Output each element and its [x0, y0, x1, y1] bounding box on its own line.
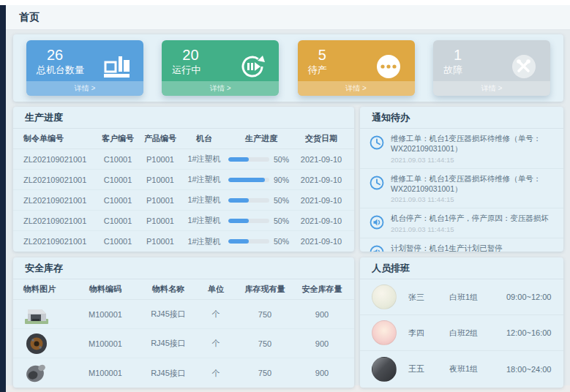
dashboard-content: 26 总机台数量 详情 > 20 运行中 [6, 30, 570, 385]
delivery-date: 2021-09-10 [296, 155, 347, 164]
col-header: 单位 [199, 284, 233, 295]
material-name: RJ45接口 [138, 338, 199, 349]
notification-body: 计划暂停：机台1生产计划已暂停 2021.09.03 11:44:15 [391, 244, 555, 252]
panel-title: 生产进度 [13, 107, 354, 129]
notification-item[interactable]: 维修工单：机台1变压器损坏待维修（单号：WX202109031001） 2021… [360, 169, 563, 209]
customer-no: C10001 [97, 176, 139, 184]
product-no: P10001 [139, 176, 181, 184]
stats-panel: 26 总机台数量 详情 > 20 运行中 [13, 34, 563, 102]
progress-cell: 50% [227, 155, 296, 164]
progress-bar [228, 219, 269, 223]
shift-time: 09:00~12:00 [506, 293, 552, 301]
table-row: ZL202109021001 C10001 P10001 1#注塑机 50% 2… [13, 149, 354, 170]
table-row: ZL202109021001 C10001 P10001 1#注塑机 50% 2… [13, 190, 354, 211]
detail-link[interactable]: 详情 > [433, 81, 550, 96]
progress-bar [228, 157, 269, 162]
col-header: 安全库存量 [297, 284, 347, 295]
progress-label: 50% [274, 196, 289, 205]
table-row: ZL202109021001 C10001 P10001 1#注塑机 50% 2… [13, 231, 354, 252]
shift-name: 白班1组 [449, 292, 506, 303]
clock-icon [369, 175, 385, 191]
notification-item[interactable]: 计划暂停：机台1生产计划已暂停 2021.09.03 11:44:15 [360, 238, 563, 252]
progress-bar [228, 239, 269, 244]
notification-body: 维修工单：机台1变压器损坏待维修（单号：WX202109031001） 2021… [391, 134, 555, 164]
delivery-date: 2021-09-10 [296, 176, 347, 184]
stat-card-fault[interactable]: 1 故障 详情 > [433, 40, 550, 96]
progress-label: 50% [274, 216, 289, 225]
stat-card-running[interactable]: 20 运行中 详情 > [162, 40, 279, 96]
detail-link[interactable]: 详情 > [298, 81, 415, 96]
detail-link[interactable]: 详情 > [162, 81, 279, 96]
col-header: 机台 [181, 133, 227, 144]
delivery-date: 2021-09-10 [296, 237, 347, 246]
shift-name: 夜班1组 [449, 363, 506, 374]
product-no: P10001 [139, 155, 181, 164]
table-row: M100001 RJ45接口 个 750 900 [13, 300, 354, 329]
panel-title: 通知待办 [360, 107, 563, 129]
fault-tools-icon [509, 52, 539, 81]
schedule-row: 王五 夜班1组 18:00~24:00 [360, 351, 563, 387]
product-no: P10001 [139, 237, 181, 246]
shift-name: 白班2组 [449, 328, 506, 339]
safety-quantity: 900 [297, 369, 347, 377]
notification-text: 机台停产：机台1停产，停产原因：变压器损坏 [391, 214, 555, 224]
order-no: ZL202109021001 [20, 196, 97, 205]
notification-item[interactable]: 维修工单：机台1变压器损坏待维修（单号：WX202109031001） 2021… [360, 129, 563, 169]
stat-card-pending[interactable]: 5 待产 详情 > [298, 40, 415, 96]
tab-bar: 首页 [6, 5, 570, 30]
customer-no: C10001 [97, 196, 139, 205]
production-table-header: 制令单编号 客户编号 产品编号 机台 生产进度 交货日期 [13, 129, 354, 149]
progress-cell: 90% [227, 176, 296, 184]
progress-label: 90% [274, 176, 289, 184]
progress-cell: 50% [227, 216, 296, 225]
avatar [372, 357, 397, 382]
safety-quantity: 900 [297, 310, 347, 319]
progress-bar [228, 198, 269, 203]
machine-name: 1#注塑机 [181, 154, 227, 165]
progress-cell: 50% [227, 237, 296, 246]
tab-home[interactable]: 首页 [19, 11, 40, 24]
col-header: 交货日期 [296, 133, 347, 144]
person-name: 李四 [408, 328, 449, 339]
panel-title: 人员排班 [360, 257, 563, 279]
material-name: RJ45接口 [138, 309, 199, 320]
schedule-row: 张三 白班1组 09:00~12:00 [360, 279, 563, 315]
round-speaker-image [23, 332, 50, 355]
window-top-strip [0, 0, 570, 5]
machine-name: 1#注塑机 [181, 215, 227, 226]
machine-name: 1#注塑机 [181, 195, 227, 206]
pending-dots-icon [374, 52, 403, 81]
delivery-date: 2021-09-10 [296, 196, 347, 205]
notification-item[interactable]: 机台停产：机台1停产，停产原因：变压器损坏 2021.09.03 11:44:1… [360, 208, 563, 238]
table-row: M100001 RJ45接口 个 750 900 [13, 358, 354, 388]
avatar [372, 284, 397, 309]
schedule-row: 李四 白班2组 12:00~16:00 [360, 315, 563, 351]
speaker-icon [369, 214, 385, 230]
customer-no: C10001 [97, 155, 139, 164]
material-unit: 个 [199, 309, 233, 320]
col-header: 制令单编号 [20, 133, 97, 144]
safety-inventory-panel: 安全库存 物料图片 物料编码 物料名称 单位 库存现有量 安全库存量 M1000… [13, 257, 354, 388]
notification-body: 机台停产：机台1停产，停产原因：变压器损坏 2021.09.03 11:44:1… [391, 214, 555, 233]
inventory-table-header: 物料图片 物料编码 物料名称 单位 库存现有量 安全库存量 [13, 279, 354, 300]
notification-time: 2021.09.03 11:44:15 [391, 195, 555, 203]
col-header: 物料编码 [73, 284, 138, 295]
material-code: M100001 [73, 369, 138, 377]
material-unit: 个 [199, 368, 233, 379]
order-no: ZL202109021001 [20, 176, 97, 184]
material-code: M100001 [73, 310, 138, 319]
stat-card-total-machines[interactable]: 26 总机台数量 详情 > [26, 40, 143, 96]
customer-no: C10001 [97, 237, 139, 246]
clock-icon [369, 135, 385, 151]
delivery-date: 2021-09-10 [296, 216, 347, 225]
progress-bar [228, 178, 269, 182]
notification-body: 维修工单：机台1变压器损坏待维修（单号：WX202109031001） 2021… [391, 174, 555, 204]
col-header: 库存现有量 [233, 284, 297, 295]
stock-quantity: 750 [233, 369, 297, 377]
product-no: P10001 [139, 196, 181, 205]
notification-time: 2021.09.03 11:44:15 [391, 156, 555, 164]
col-header: 生产进度 [227, 133, 296, 144]
col-header: 产品编号 [139, 133, 181, 144]
speaker-icon [369, 244, 385, 252]
detail-link[interactable]: 详情 > [26, 81, 143, 96]
